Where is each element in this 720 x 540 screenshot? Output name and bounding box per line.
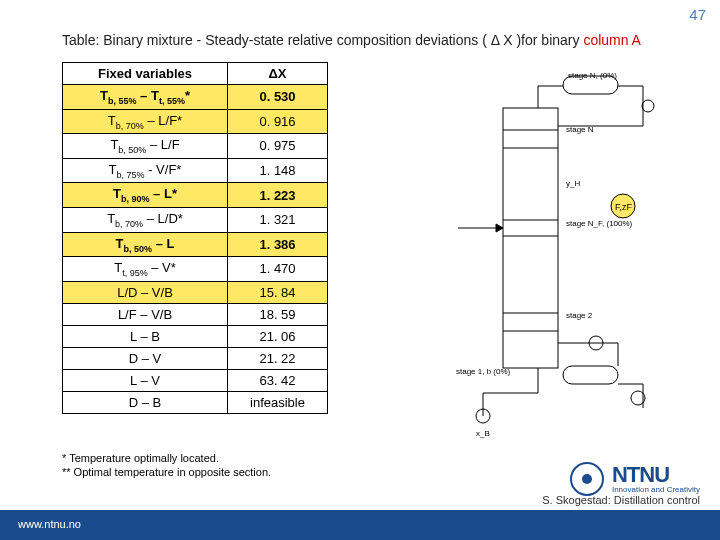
- fixed-var-cell: L – B: [63, 325, 228, 347]
- dx-cell: 0. 916: [228, 109, 328, 134]
- svg-text:stage 2: stage 2: [566, 311, 593, 320]
- svg-rect-2: [503, 108, 558, 368]
- footer-link[interactable]: www.ntnu.no: [18, 518, 81, 530]
- svg-point-1: [642, 100, 654, 112]
- table-row: Tb, 50% – L1. 386: [63, 232, 328, 257]
- table-row: L/F – V/B18. 59: [63, 303, 328, 325]
- ntnu-logo-icon: [570, 462, 604, 496]
- fixed-var-cell: Tb, 70% – L/F*: [63, 109, 228, 134]
- fixed-var-cell: Tt, 95% – V*: [63, 257, 228, 282]
- fixed-var-cell: Tb, 55% – Tt, 55%*: [63, 85, 228, 110]
- fixed-var-cell: L/F – V/B: [63, 303, 228, 325]
- fixed-var-cell: Tb, 70% – L/D*: [63, 207, 228, 232]
- dx-cell: 1. 223: [228, 183, 328, 208]
- svg-text:stage N: stage N: [566, 125, 594, 134]
- dx-cell: 63. 42: [228, 369, 328, 391]
- dx-cell: 1. 148: [228, 158, 328, 183]
- fixed-var-cell: Tb, 50% – L/F: [63, 134, 228, 159]
- dx-cell: 0. 975: [228, 134, 328, 159]
- table-row: D – V21. 22: [63, 347, 328, 369]
- fixed-var-cell: Tb, 75% - V/F*: [63, 158, 228, 183]
- table-row: Tt, 95% – V*1. 470: [63, 257, 328, 282]
- dx-cell: 21. 06: [228, 325, 328, 347]
- column-diagram: F,zF stage N, (0%) stage N y_H stage N_F…: [448, 68, 673, 448]
- credit-line: S. Skogestad: Distillation control: [542, 494, 700, 506]
- footnote-1: * Temperature optimally located.: [62, 452, 362, 466]
- svg-text:F,zF: F,zF: [615, 202, 633, 212]
- dx-cell: 0. 530: [228, 85, 328, 110]
- table-row: L – V63. 42: [63, 369, 328, 391]
- ntnu-tagline: Innovation and Creativity: [612, 486, 700, 494]
- table-caption: Table: Binary mixture - Steady-state rel…: [62, 32, 641, 48]
- table-row: D – Binfeasible: [63, 391, 328, 413]
- svg-text:stage 1, b (0%): stage 1, b (0%): [456, 367, 511, 376]
- svg-text:stage N, (0%): stage N, (0%): [568, 71, 617, 80]
- dx-cell: 15. 84: [228, 281, 328, 303]
- caption-pre: Table: Binary mixture - Steady-state rel…: [62, 32, 487, 48]
- dx-cell: 21. 22: [228, 347, 328, 369]
- caption-post: )for binary: [516, 32, 583, 48]
- table-row: Tb, 70% – L/F*0. 916: [63, 109, 328, 134]
- table-row: Tb, 90% – L*1. 223: [63, 183, 328, 208]
- table-row: Tb, 70% – L/D*1. 321: [63, 207, 328, 232]
- fixed-var-cell: L/D – V/B: [63, 281, 228, 303]
- footnote: * Temperature optimally located. ** Opti…: [62, 452, 362, 480]
- table-row: Tb, 75% - V/F*1. 148: [63, 158, 328, 183]
- svg-marker-9: [496, 224, 503, 232]
- svg-text:x_B: x_B: [476, 429, 490, 438]
- fixed-var-cell: Tb, 90% – L*: [63, 183, 228, 208]
- dx-cell: 1. 321: [228, 207, 328, 232]
- fixed-var-cell: L – V: [63, 369, 228, 391]
- caption-symbol: Δ X: [491, 32, 513, 48]
- svg-text:stage N_F, (100%): stage N_F, (100%): [566, 219, 633, 228]
- footer-bar: www.ntnu.no: [0, 510, 720, 540]
- fixed-var-cell: D – V: [63, 347, 228, 369]
- table-row: Tb, 50% – L/F0. 975: [63, 134, 328, 159]
- page-number: 47: [689, 6, 706, 23]
- caption-highlight: column A: [583, 32, 641, 48]
- ntnu-label: NTNU: [612, 464, 700, 486]
- dx-cell: 1. 386: [228, 232, 328, 257]
- table-row: L/D – V/B15. 84: [63, 281, 328, 303]
- dx-cell: infeasible: [228, 391, 328, 413]
- col1-header: Fixed variables: [63, 63, 228, 85]
- data-table: Fixed variables ΔX Tb, 55% – Tt, 55%*0. …: [62, 62, 328, 414]
- col2-header: ΔX: [228, 63, 328, 85]
- fixed-var-cell: D – B: [63, 391, 228, 413]
- dx-cell: 1. 470: [228, 257, 328, 282]
- table-row: L – B21. 06: [63, 325, 328, 347]
- table-row: Tb, 55% – Tt, 55%*0. 530: [63, 85, 328, 110]
- footnote-2: ** Optimal temperature in opposite secti…: [62, 466, 362, 480]
- svg-rect-10: [563, 366, 618, 384]
- dx-cell: 18. 59: [228, 303, 328, 325]
- ntnu-logo: NTNU Innovation and Creativity: [570, 462, 700, 496]
- svg-text:y_H: y_H: [566, 179, 580, 188]
- fixed-var-cell: Tb, 50% – L: [63, 232, 228, 257]
